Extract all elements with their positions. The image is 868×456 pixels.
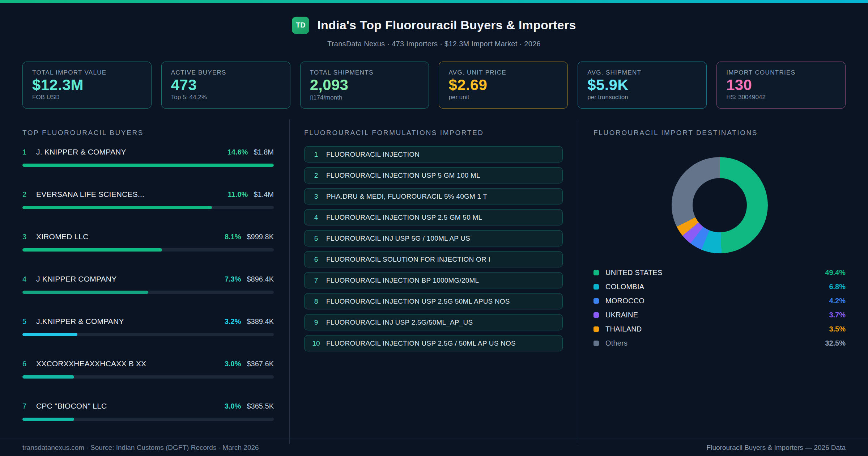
formulation-rank: 5 <box>310 235 323 242</box>
stat-card-avg-unit-price: AVG. UNIT PRICE $2.69 per unit <box>439 62 568 109</box>
formulation-name: FLUOROURACIL INJ USP 2.5G/50ML_AP_US <box>326 318 473 326</box>
footer-source-text: transdatanexus.com · Source: Indian Cust… <box>22 444 259 452</box>
buyer-bar-track <box>22 375 274 379</box>
stat-value: $5.9K <box>587 76 697 94</box>
stats-row: TOTAL IMPORT VALUE $12.3M FOB USD ACTIVE… <box>22 62 846 109</box>
donut-hole <box>693 178 747 232</box>
formulation-item: 3 PHA.DRU & MEDI, FLUOROURACIL 5% 40GM 1… <box>304 188 563 204</box>
donut-legend: UNITED STATES 49.4% COLOMBIA 6.8% MOROCC… <box>593 266 846 350</box>
legend-label: UNITED STATES <box>605 269 662 277</box>
buyer-bar-fill <box>22 248 162 252</box>
legend-percent: 32.5% <box>825 339 846 347</box>
formulation-name: FLUOROURACIL INJECTION USP 2.5G / 50ML A… <box>326 339 516 347</box>
buyer-row: 4 J KNIPPER COMPANY 7.3% $896.4K <box>22 275 274 294</box>
legend-row: UKRAINE 3.7% <box>593 308 846 322</box>
buyer-percent: 3.0% <box>225 360 241 368</box>
formulation-rank: 6 <box>310 256 323 263</box>
legend-label: THAILAND <box>605 325 642 333</box>
legend-row: MOROCCO 4.2% <box>593 294 846 308</box>
formulation-name: FLUOROURACIL INJECTION <box>326 151 420 159</box>
formulations-column: FLUOROURACIL FORMULATIONS IMPORTED 1 FLU… <box>289 119 578 444</box>
formulation-item: 10 FLUOROURACIL INJECTION USP 2.5G / 50M… <box>304 335 563 351</box>
buyer-name: XXCORXXHEAXXHCAXX B XX <box>36 359 146 368</box>
buyer-rank: 7 <box>22 402 32 410</box>
stat-sub: per transaction <box>587 94 697 101</box>
buyer-bar-track <box>22 291 274 294</box>
destinations-section-title: FLUOROURACIL IMPORT DESTINATIONS <box>593 129 846 137</box>
accent-gradient-bar <box>0 0 868 3</box>
legend-row: UNITED STATES 49.4% <box>593 266 846 280</box>
stat-sub: ▯174/month <box>310 94 420 101</box>
buyer-bar-fill <box>22 375 74 379</box>
stat-value: 473 <box>171 76 281 94</box>
stat-label: TOTAL SHIPMENTS <box>310 69 420 76</box>
legend-row: THAILAND 3.5% <box>593 322 846 336</box>
buyer-bar-track <box>22 248 274 252</box>
legend-row: Others 32.5% <box>593 336 846 350</box>
buyer-value: $1.4M <box>254 190 274 199</box>
stat-sub: Top 5: 44.2% <box>171 94 281 101</box>
formulation-name: FLUOROURACIL INJECTION BP 1000MG/20ML <box>326 276 479 284</box>
stat-label: IMPORT COUNTRIES <box>726 69 836 76</box>
buyer-value: $1.8M <box>254 148 274 156</box>
legend-swatch <box>593 270 599 275</box>
formulation-name: FLUOROURACIL SOLUTION FOR INJECTION OR I <box>326 256 490 263</box>
buyer-row: 1 J. KNIPPER & COMPANY 14.6% $1.8M <box>22 148 274 167</box>
formulation-item: 5 FLUOROURACIL INJ USP 5G / 100ML AP US <box>304 230 563 246</box>
formulation-name: FLUOROURACIL INJ USP 5G / 100ML AP US <box>326 235 470 242</box>
stat-label: AVG. UNIT PRICE <box>448 69 558 76</box>
buyer-value: $365.5K <box>247 402 274 410</box>
buyer-bar-fill <box>22 418 74 421</box>
legend-label: MOROCCO <box>605 297 644 305</box>
buyer-value: $999.8K <box>247 233 274 241</box>
main-content: TOP FLUOROURACIL BUYERS 1 J. KNIPPER & C… <box>0 119 868 439</box>
stat-sub: per unit <box>448 94 558 101</box>
stat-value: 2,093 <box>310 76 420 94</box>
formulation-item: 4 FLUOROURACIL INJECTION USP 2.5 GM 50 M… <box>304 209 563 225</box>
buyer-rank: 6 <box>22 360 32 368</box>
formulation-rank: 2 <box>310 172 323 180</box>
buyer-percent: 11.0% <box>228 190 248 199</box>
buyer-bar-track <box>22 418 274 421</box>
buyer-percent: 8.1% <box>225 233 241 241</box>
buyer-bar-fill <box>22 333 77 336</box>
buyer-bar-fill <box>22 206 212 209</box>
formulation-name: FLUOROURACIL INJECTION USP 2.5 GM 50 ML <box>326 214 482 221</box>
buyer-percent: 3.2% <box>225 317 241 326</box>
stat-card-avg-shipment: AVG. SHIPMENT $5.9K per transaction <box>578 62 707 109</box>
formulation-rank: 8 <box>310 297 323 305</box>
buyer-percent: 14.6% <box>227 148 248 156</box>
stat-value: $2.69 <box>448 76 558 94</box>
buyer-row: 6 XXCORXXHEAXXHCAXX B XX 3.0% $367.6K <box>22 359 274 379</box>
buyer-name: J.KNIPPER & COMPANY <box>36 317 124 326</box>
formulation-rank: 3 <box>310 193 323 200</box>
stat-label: ACTIVE BUYERS <box>171 69 281 76</box>
formulation-rank: 4 <box>310 214 323 221</box>
buyers-column: TOP FLUOROURACIL BUYERS 1 J. KNIPPER & C… <box>0 119 289 444</box>
legend-swatch <box>593 298 599 304</box>
logo-badge: TD <box>292 17 309 34</box>
formulation-item: 2 FLUOROURACIL INJECTION USP 5 GM 100 ML <box>304 167 563 183</box>
legend-label: Others <box>605 339 627 347</box>
formulation-item: 9 FLUOROURACIL INJ USP 2.5G/50ML_AP_US <box>304 314 563 330</box>
buyer-bar-track <box>22 333 274 336</box>
stat-card-total-import-value: TOTAL IMPORT VALUE $12.3M FOB USD <box>22 62 152 109</box>
formulation-rank: 9 <box>310 318 323 326</box>
buyer-name: XIROMED LLC <box>36 232 89 241</box>
buyer-name: J KNIPPER COMPANY <box>36 275 116 283</box>
legend-percent: 3.7% <box>829 311 846 319</box>
stat-card-active-buyers: ACTIVE BUYERS 473 Top 5: 44.2% <box>161 62 290 109</box>
buyer-value: $367.6K <box>247 360 274 368</box>
stat-label: TOTAL IMPORT VALUE <box>32 69 142 76</box>
buyer-row: 7 CPC "BIOCON" LLC 3.0% $365.5K <box>22 402 274 421</box>
stat-card-total-shipments: TOTAL SHIPMENTS 2,093 ▯174/month <box>300 62 429 109</box>
page-title: India's Top Fluorouracil Buyers & Import… <box>317 18 576 32</box>
formulation-item: 6 FLUOROURACIL SOLUTION FOR INJECTION OR… <box>304 251 563 267</box>
legend-percent: 3.5% <box>829 325 846 333</box>
legend-percent: 4.2% <box>829 297 846 305</box>
buyers-bar-chart: 1 J. KNIPPER & COMPANY 14.6% $1.8M 2 EVE… <box>22 148 274 421</box>
buyer-rank: 1 <box>22 148 32 156</box>
buyer-percent: 3.0% <box>225 402 241 410</box>
buyer-name: EVERSANA LIFE SCIENCES... <box>36 190 144 199</box>
legend-row: COLOMBIA 6.8% <box>593 280 846 294</box>
